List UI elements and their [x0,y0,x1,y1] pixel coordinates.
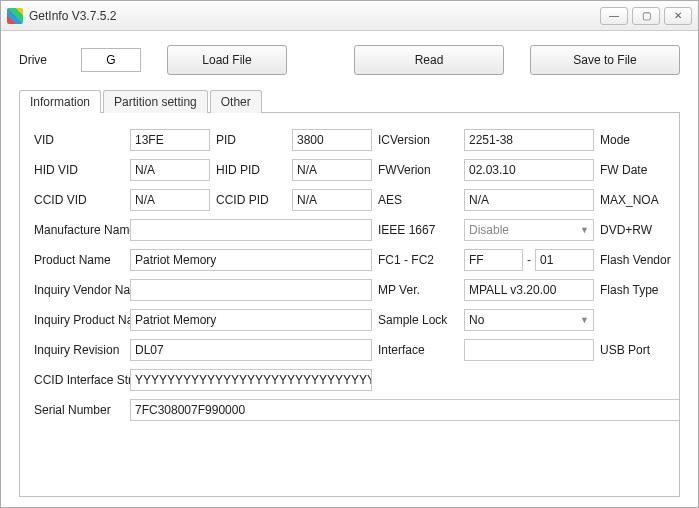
fc-group: FF - 01 [464,249,594,271]
inqvendor-label: Inquiry Vendor Name [34,283,124,297]
save-to-file-button[interactable]: Save to File [530,45,680,75]
inqprod-field[interactable]: Patriot Memory [130,309,372,331]
chevron-down-icon: ▼ [580,310,589,330]
maxnoa-label: MAX_NOA [600,193,680,207]
maximize-button[interactable]: ▢ [632,7,660,25]
vid-field[interactable]: 13FE [130,129,210,151]
pid-label: PID [216,133,286,147]
aes-label: AES [378,193,458,207]
serial-label: Serial Number [34,403,124,417]
prodname-label: Product Name [34,253,124,267]
ieee-label: IEEE 1667 [378,223,458,237]
drive-label: Drive [19,53,55,67]
ccidstr-field[interactable]: YYYYYYYYYYYYYYYYYYYYYYYYYYYYYYYYYYY [130,369,372,391]
window: GetInfo V3.7.5.2 — ▢ ✕ Drive G Load File… [0,0,699,508]
fc2-field[interactable]: 01 [535,249,594,271]
inqvendor-field[interactable] [130,279,372,301]
mfg-label: Manufacture Name [34,223,124,237]
mpver-label: MP Ver. [378,283,458,297]
load-file-button[interactable]: Load File [167,45,287,75]
titlebar: GetInfo V3.7.5.2 — ▢ ✕ [1,1,698,31]
fwdate-label: FW Date [600,163,680,177]
fc-dash: - [527,253,531,267]
ccidvid-field[interactable]: N/A [130,189,210,211]
ccidvid-label: CCID VID [34,193,124,207]
dvdrw-label: DVD+RW [600,223,680,237]
window-buttons: — ▢ ✕ [600,7,692,25]
pid-field[interactable]: 3800 [292,129,372,151]
fc-label: FC1 - FC2 [378,253,458,267]
chevron-down-icon: ▼ [580,220,589,240]
read-button[interactable]: Read [354,45,504,75]
usbport-label: USB Port [600,343,680,357]
drive-select[interactable]: G [81,48,141,72]
minimize-button[interactable]: — [600,7,628,25]
flashtype-label: Flash Type [600,283,680,297]
ieee-select[interactable]: Disable▼ [464,219,594,241]
tab-other[interactable]: Other [210,90,262,113]
mfg-field[interactable] [130,219,372,241]
serial-field[interactable]: 7FC308007F990000 [130,399,680,421]
hidpid-field[interactable]: N/A [292,159,372,181]
ccidpid-label: CCID PID [216,193,286,207]
close-button[interactable]: ✕ [664,7,692,25]
samplelock-select[interactable]: No▼ [464,309,594,331]
interface-field[interactable] [464,339,594,361]
aes-field[interactable]: N/A [464,189,594,211]
window-title: GetInfo V3.7.5.2 [29,9,600,23]
app-icon [7,8,23,24]
tab-partition-setting[interactable]: Partition setting [103,90,208,113]
vid-label: VID [34,133,124,147]
ccidpid-field[interactable]: N/A [292,189,372,211]
fwver-label: FWVerion [378,163,458,177]
flashvendor-label: Flash Vendor [600,253,680,267]
samplelock-value: No [469,310,484,330]
info-grid: VID 13FE PID 3800 ICVersion 2251-38 Mode… [34,129,665,421]
hidvid-field[interactable]: N/A [130,159,210,181]
tab-strip: Information Partition setting Other [19,90,680,113]
samplelock-label: Sample Lock [378,313,458,327]
inqrev-label: Inquiry Revision [34,343,124,357]
information-panel: VID 13FE PID 3800 ICVersion 2251-38 Mode… [19,112,680,497]
mode-label: Mode [600,133,680,147]
fc1-field[interactable]: FF [464,249,523,271]
hidpid-label: HID PID [216,163,286,177]
inqrev-field[interactable]: DL07 [130,339,372,361]
fwver-field[interactable]: 02.03.10 [464,159,594,181]
tab-information[interactable]: Information [19,90,101,113]
top-toolbar: Drive G Load File Read Save to File [19,45,680,75]
icversion-field[interactable]: 2251-38 [464,129,594,151]
ccidstr-label: CCID Interface String [34,373,124,387]
interface-label: Interface [378,343,458,357]
hidvid-label: HID VID [34,163,124,177]
mpver-field[interactable]: MPALL v3.20.00 [464,279,594,301]
ieee-value: Disable [469,220,509,240]
client-area: Drive G Load File Read Save to File Info… [1,31,698,507]
icversion-label: ICVersion [378,133,458,147]
prodname-field[interactable]: Patriot Memory [130,249,372,271]
inqprod-label: Inquiry Product Name [34,313,124,327]
